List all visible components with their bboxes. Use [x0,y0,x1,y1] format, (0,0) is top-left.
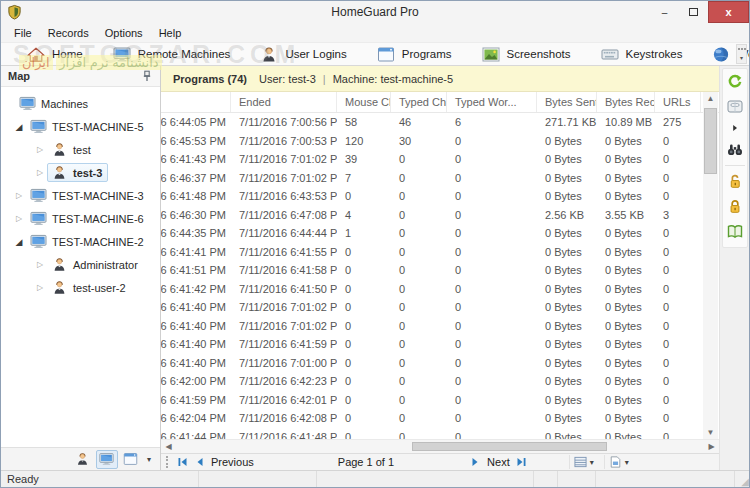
tree-item-administrator[interactable]: ▷Administrator [1,253,160,276]
expand-icon[interactable]: ▷ [33,283,47,292]
footer-caret-icon[interactable]: ▾ [144,455,154,464]
pin-icon[interactable] [141,70,153,82]
table-row[interactable]: 7/11/2016 6:44:05 PM7/11/2016 7:00:56 PM… [161,113,719,132]
unlock-icon[interactable] [727,174,743,189]
column-header-mouse-clic[interactable]: Mouse Clic... [337,92,391,112]
table-row[interactable]: 7/11/2016 6:41:42 PM7/11/2016 6:41:50 PM… [161,280,719,299]
table-row[interactable]: 7/11/2016 6:42:00 PM7/11/2016 6:42:23 PM… [161,372,719,391]
menu-help[interactable]: Help [151,27,190,39]
column-header-typed-chars[interactable]: Typed Chars [391,92,447,112]
tree-node-body: TEST-MACHINE-2 [26,232,150,251]
scroll-down-icon[interactable]: ▼ [707,426,715,439]
sidebar-view-button-window-icon[interactable] [120,450,142,469]
pagination-grip[interactable] [166,456,169,468]
status-text: Ready [1,471,199,487]
lock-icon[interactable] [727,199,743,214]
home-icon [27,46,45,63]
cell-bytes-sent: 0 Bytes [537,132,597,151]
tree-item-test-3[interactable]: ▷test-3 [1,161,160,184]
toolbar-home[interactable]: Home [27,46,83,63]
binoculars-icon[interactable] [727,142,743,157]
table-row[interactable]: 7/11/2016 6:46:37 PM7/11/2016 7:01:02 PM… [161,169,719,188]
collapse-icon[interactable]: ◢ [12,237,26,247]
maximize-button[interactable] [679,1,708,23]
toolbar-programs[interactable]: Programs [377,46,452,63]
vertical-scrollbar[interactable]: ▲ ▼ [703,92,718,439]
tree-item-test-machine-6[interactable]: ▷TEST-MACHINE-6 [1,207,160,230]
collapse-icon[interactable]: ◢ [12,122,26,132]
table-row[interactable]: 7/11/2016 6:41:40 PM7/11/2016 7:01:00 PM… [161,354,719,373]
toolbar-user-logins[interactable]: User Logins [260,46,346,63]
main-toolbar: HomeRemote MachinesUser LoginsProgramsSc… [1,42,749,66]
table-row[interactable]: 7/11/2016 6:41:43 PM7/11/2016 7:01:02 PM… [161,150,719,169]
first-page-icon[interactable] [177,457,188,467]
scroll-up-icon[interactable]: ▲ [707,92,715,105]
archive-icon[interactable] [727,99,743,114]
table-row[interactable]: 7/11/2016 6:42:04 PM7/11/2016 6:42:08 PM… [161,409,719,428]
table-row[interactable]: 7/11/2016 6:41:59 PM7/11/2016 6:42:01 PM… [161,391,719,410]
expand-icon[interactable]: ▷ [33,168,47,177]
column-header-started[interactable] [161,92,231,112]
next-page-icon[interactable] [470,457,481,467]
table-row[interactable]: 7/11/2016 6:44:35 PM7/11/2016 6:44:44 PM… [161,224,719,243]
expand-icon[interactable]: ▷ [12,191,26,200]
toolbar-overflow-handle[interactable]: ▾ [736,44,747,64]
book-icon[interactable] [727,224,743,239]
status-panel [317,471,534,487]
expand-icon[interactable]: ▷ [33,145,47,154]
previous-label[interactable]: Previous [211,456,254,468]
previous-page-icon[interactable] [194,457,205,467]
minimize-button[interactable]: – [650,1,679,23]
column-header-bytes-recei[interactable]: Bytes Recei... [597,92,655,112]
column-header-urls[interactable]: URLs [655,92,701,112]
table-row[interactable]: 7/11/2016 6:41:40 PM7/11/2016 7:01:02 PM… [161,317,719,336]
horizontal-scrollbar[interactable]: ◀ ▶ [161,439,719,453]
menu-options[interactable]: Options [97,27,151,39]
menu-file[interactable]: File [6,27,40,39]
chevron-down-icon: ▾ [590,458,594,467]
tree-item-test-user-2[interactable]: ▷test-user-2 [1,276,160,299]
close-button[interactable]: x [708,1,749,23]
table-row[interactable]: 7/11/2016 6:41:40 PM7/11/2016 7:01:02 PM… [161,298,719,317]
expand-icon[interactable]: ▷ [33,260,47,269]
column-header-bytes-sent[interactable]: Bytes Sent [537,92,597,112]
refresh-icon[interactable] [727,74,743,89]
last-page-icon[interactable] [516,457,527,467]
table-row[interactable]: 7/11/2016 6:46:30 PM7/11/2016 6:47:08 PM… [161,206,719,225]
sidebar-view-button-person-icon[interactable] [72,450,94,469]
cell-urls: 0 [655,298,701,317]
table-row[interactable]: 7/11/2016 6:41:44 PM7/11/2016 6:41:48 PM… [161,428,719,440]
table-row[interactable]: 7/11/2016 6:41:41 PM7/11/2016 6:41:55 PM… [161,243,719,262]
tree-item-test-machine-5[interactable]: ◢TEST-MACHINE-5 [1,115,160,138]
table-row[interactable]: 7/11/2016 6:41:51 PM7/11/2016 6:41:58 PM… [161,261,719,280]
more-icon[interactable] [731,124,739,132]
column-header-ended[interactable]: Ended [231,92,337,112]
table-row[interactable]: 7/11/2016 6:45:53 PM7/11/2016 7:00:53 PM… [161,132,719,151]
toolbar-remote-machines[interactable]: Remote Machines [113,46,231,63]
column-header-typed-wor[interactable]: Typed Wor... [447,92,537,112]
menu-records[interactable]: Records [40,27,97,39]
scroll-left-icon[interactable]: ◀ [161,442,176,451]
horizontal-scrollbar-thumb[interactable] [412,442,607,451]
next-label[interactable]: Next [487,456,510,468]
cell-bytes-recei: 0 Bytes [597,150,655,169]
expand-icon[interactable]: ▷ [12,214,26,223]
export-button[interactable]: ▾ [604,455,633,469]
tree-item-test-machine-2[interactable]: ◢TEST-MACHINE-2 [1,230,160,253]
sidebar: Map Machines◢TEST-MACHINE-5▷test▷test-3▷… [1,66,161,470]
resize-grip[interactable]: ◢ [735,471,749,487]
toolbar-keystrokes[interactable]: Keystrokes [601,46,683,63]
scroll-right-icon[interactable]: ▶ [704,442,719,451]
vertical-scrollbar-thumb[interactable] [704,108,717,174]
tree-item-test[interactable]: ▷test [1,138,160,161]
sidebar-view-button-monitor-icon[interactable] [96,450,118,469]
cell-started: 7/11/2016 6:41:42 PM [161,280,231,299]
tree-item-test-machine-3[interactable]: ▷TEST-MACHINE-3 [1,184,160,207]
cell-mouse-clic: 1 [337,224,391,243]
toolbar-screenshots[interactable]: Screenshots [482,46,571,63]
table-row[interactable]: 7/11/2016 6:41:48 PM7/11/2016 6:43:53 PM… [161,187,719,206]
view-options-button[interactable]: ▾ [569,455,598,469]
cell-urls: 0 [655,224,701,243]
tree-item-machines[interactable]: Machines [1,92,160,115]
table-row[interactable]: 7/11/2016 6:41:40 PM7/11/2016 6:41:59 PM… [161,335,719,354]
